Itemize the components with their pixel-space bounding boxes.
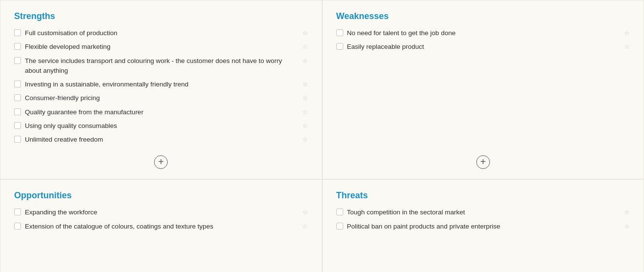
item-text: Political ban on paint products and priv…: [347, 222, 621, 231]
item-checkbox[interactable]: [14, 136, 21, 143]
star-icon[interactable]: ☆: [302, 29, 308, 37]
add-item-button-weaknesses[interactable]: +: [476, 155, 490, 169]
add-button-container: +: [336, 155, 630, 169]
star-icon[interactable]: ☆: [302, 43, 308, 50]
star-icon[interactable]: ☆: [302, 108, 308, 116]
add-item-button-strengths[interactable]: +: [154, 155, 168, 169]
list-item: Expanding the workforce☆: [14, 208, 308, 217]
plus-icon: +: [158, 157, 164, 167]
item-text: Quality guarantee from the manufacturer: [25, 107, 298, 117]
star-icon[interactable]: ☆: [624, 43, 630, 50]
list-item: Quality guarantee from the manufacturer☆: [14, 107, 308, 117]
list-item: No need for talent to get the job done☆: [336, 28, 630, 38]
list-item: Extension of the catalogue of colours, c…: [14, 222, 308, 231]
add-button-container: +: [14, 155, 308, 169]
item-checkbox[interactable]: [14, 43, 21, 50]
list-item: Using only quality consumables☆: [14, 121, 308, 131]
star-icon[interactable]: ☆: [302, 81, 308, 88]
item-text: Investing in a sustainable, environmenta…: [25, 80, 298, 89]
list-item: Investing in a sustainable, environmenta…: [14, 80, 308, 89]
list-item: Flexible developed marketing☆: [14, 42, 308, 52]
star-icon[interactable]: ☆: [624, 29, 630, 37]
list-item: Political ban on paint products and priv…: [336, 222, 630, 231]
item-text: Flexible developed marketing: [25, 42, 298, 52]
star-icon[interactable]: ☆: [302, 136, 308, 143]
star-icon[interactable]: ☆: [624, 209, 630, 216]
title-weaknesses: Weaknesses: [336, 11, 630, 21]
list-item: Easily replaceable product☆: [336, 42, 630, 52]
item-checkbox[interactable]: [14, 94, 21, 101]
item-text: Full customisation of production: [25, 28, 298, 38]
item-checkbox[interactable]: [336, 29, 343, 36]
title-opportunities: Opportunities: [14, 190, 308, 201]
item-text: Extension of the catalogue of colours, c…: [25, 222, 298, 231]
list-item: Consumer-friendly pricing☆: [14, 93, 308, 103]
star-icon[interactable]: ☆: [302, 94, 308, 102]
item-text: Consumer-friendly pricing: [25, 93, 298, 103]
list-item: Full customisation of production☆: [14, 28, 308, 38]
item-text: Expanding the workforce: [25, 208, 298, 217]
item-text: The service includes transport and colou…: [25, 56, 298, 76]
item-checkbox[interactable]: [336, 209, 343, 215]
list-item: Tough competition in the sectoral market…: [336, 208, 630, 217]
item-checkbox[interactable]: [336, 223, 343, 230]
quadrant-opportunities: OpportunitiesExpanding the workforce☆Ext…: [0, 179, 322, 272]
item-checkbox[interactable]: [336, 43, 343, 50]
item-text: Unlimited creative freedom: [25, 135, 298, 145]
list-item: Unlimited creative freedom☆: [14, 135, 308, 145]
items-list-strengths: Full customisation of production☆Flexibl…: [14, 28, 308, 148]
items-list-opportunities: Expanding the workforce☆Extension of the…: [14, 208, 308, 272]
star-icon[interactable]: ☆: [302, 122, 308, 129]
item-checkbox[interactable]: [14, 122, 21, 129]
title-threats: Threats: [336, 190, 630, 201]
quadrant-weaknesses: WeaknessesNo need for talent to get the …: [322, 0, 644, 179]
item-checkbox[interactable]: [14, 29, 21, 36]
title-strengths: Strengths: [14, 11, 308, 21]
items-list-weaknesses: No need for talent to get the job done☆E…: [336, 28, 630, 148]
star-icon[interactable]: ☆: [624, 223, 630, 230]
quadrant-strengths: StrengthsFull customisation of productio…: [0, 0, 322, 179]
item-checkbox[interactable]: [14, 81, 21, 87]
star-icon[interactable]: ☆: [302, 209, 308, 216]
item-checkbox[interactable]: [14, 223, 21, 230]
item-text: Tough competition in the sectoral market: [347, 208, 621, 217]
plus-icon: +: [480, 157, 486, 167]
item-text: Using only quality consumables: [25, 121, 298, 131]
swot-grid: StrengthsFull customisation of productio…: [0, 0, 644, 272]
star-icon[interactable]: ☆: [302, 223, 308, 230]
star-icon[interactable]: ☆: [302, 57, 308, 64]
item-text: Easily replaceable product: [347, 42, 621, 52]
item-checkbox[interactable]: [14, 57, 21, 64]
items-list-threats: Tough competition in the sectoral market…: [336, 208, 630, 272]
quadrant-threats: ThreatsTough competition in the sectoral…: [322, 179, 644, 272]
item-checkbox[interactable]: [14, 209, 21, 215]
item-text: No need for talent to get the job done: [347, 28, 621, 38]
item-checkbox[interactable]: [14, 108, 21, 115]
list-item: The service includes transport and colou…: [14, 56, 308, 76]
